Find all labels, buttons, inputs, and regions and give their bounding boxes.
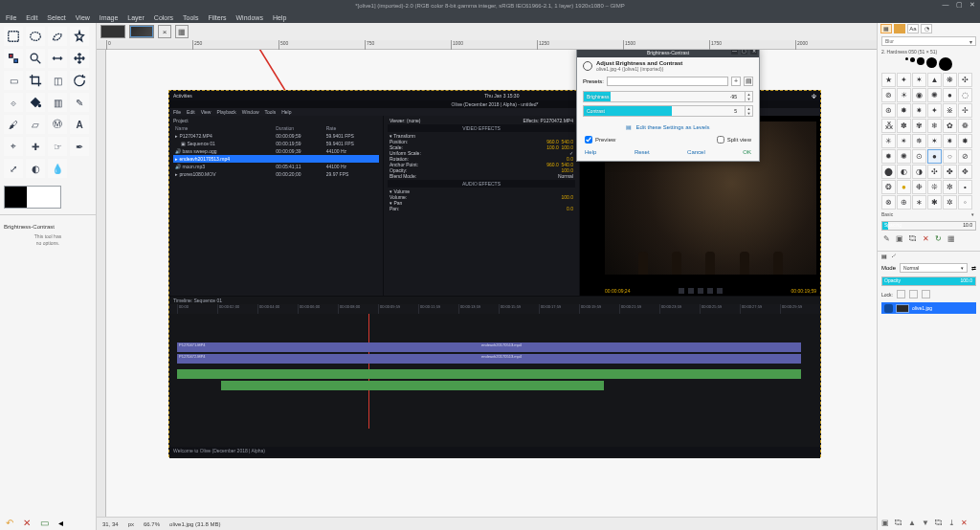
crop-tool[interactable] [26,71,45,90]
paths-tab[interactable]: ⟋ [891,253,897,260]
menu-help[interactable]: Help [273,14,286,21]
dialog-close-icon[interactable]: ✕ [750,50,757,55]
edit-brush-icon[interactable]: ✎ [883,234,890,243]
presets-dropdown[interactable] [607,77,728,86]
patterns-tab[interactable] [894,24,905,33]
align-tool[interactable]: ▭ [4,71,23,90]
menu-windows[interactable]: Windows [235,14,262,21]
opacity-slider[interactable]: Opacity 100.0 [881,276,976,286]
maximize-icon[interactable]: ▢ [955,1,963,9]
brush-filter-dropdown[interactable]: Blur [881,36,976,46]
duplicate-layer-icon[interactable]: ⿻ [935,519,943,527]
free-select-tool[interactable] [48,27,67,46]
measure-tool[interactable] [48,49,67,68]
zoom-tool[interactable] [26,49,45,68]
close-icon[interactable]: ✕ [969,1,976,9]
menu-select[interactable]: Select [47,14,65,21]
lock-alpha-icon[interactable] [922,290,930,298]
layer-group-icon[interactable]: ⿻ [895,519,902,527]
brush-size-presets[interactable] [878,55,980,73]
text-tool[interactable]: A [70,115,89,134]
lock-position-icon[interactable] [909,290,918,298]
warp-tool[interactable]: ⟐ [4,93,23,112]
merge-layer-icon[interactable]: ⤓ [948,519,955,527]
raise-layer-icon[interactable]: ▲ [908,519,916,527]
redo-history-icon[interactable]: ✕ [23,518,31,528]
preview-checkbox[interactable]: Preview [585,136,615,144]
cancel-button[interactable]: Cancel [687,149,705,155]
history-tab[interactable]: ◔ [921,24,932,33]
blur-sharpen-tool[interactable]: 💧 [48,159,67,178]
rect-select-tool[interactable] [4,27,23,46]
delete-layer-icon[interactable]: ✕ [961,519,968,527]
menu-view[interactable]: View [76,14,90,21]
brightness-spinner[interactable]: ▲▼ [745,92,752,101]
layer-row[interactable]: olive1.jpg [881,302,976,314]
presets-manage-button[interactable]: ▤ [744,77,753,86]
lock-pixels-icon[interactable] [897,290,905,298]
new-layer-icon[interactable]: ▣ [881,519,889,527]
spacing-slider[interactable]: Spacing 10.0 [881,221,976,231]
unified-transform-tool[interactable]: ◫ [48,71,67,90]
color-picker-tool[interactable]: ⤢ [4,159,23,178]
smudge-tool[interactable]: ☞ [48,137,67,156]
brush-grid[interactable]: ★✦✶▲❋✣ ⊚☀◉✺●◌ ⊛✸✷✦※✢ ⁂✽✾❄✿❁ ✳✴✵✶✷✸ ✹✺⊙●○… [878,73,980,210]
edit-as-levels-link[interactable]: ▤ Edit these Settings as Levels [577,120,759,134]
refresh-brush-icon[interactable]: ↻ [935,234,942,243]
contrast-spinner[interactable]: ▲▼ [745,106,752,116]
canvas[interactable]: Activities Thu Jan 3 15:30 ⏻ Olive (Dece… [106,50,877,517]
minimize-icon[interactable]: — [942,1,949,9]
fonts-tab[interactable]: Aa [907,24,919,33]
layers-tab[interactable]: ▤ [881,253,887,260]
ellipse-select-tool[interactable] [26,27,45,46]
image-tab-2[interactable] [129,25,154,38]
clone-tool[interactable]: ⌖ [4,137,23,156]
brightness-slider[interactable]: Brightness -95 ▲▼ [583,91,753,102]
open-brush-icon[interactable]: ▦ [947,234,955,243]
move-tool[interactable] [70,49,89,68]
status-zoom[interactable]: 66.7% [144,521,160,527]
menu-colors[interactable]: Colors [154,14,173,21]
menu-image[interactable]: Image [100,14,118,21]
paintbrush-tool[interactable]: 🖌 [4,115,23,134]
image-tab-menu[interactable]: ▦ [175,25,189,38]
visibility-icon[interactable] [884,304,893,313]
menu-layer[interactable]: Layer [127,14,145,21]
reset-button[interactable]: Reset [635,149,650,155]
duplicate-brush-icon[interactable]: ⿻ [909,234,917,243]
presets-add-button[interactable]: + [731,77,741,86]
mode-dropdown[interactable]: Normal▾ [900,263,968,273]
menu-filters[interactable]: Filters [208,14,226,21]
gradient-tool[interactable]: ▥ [48,93,67,112]
path-tool[interactable]: ✒ [70,137,89,156]
new-brush-icon[interactable]: ▣ [896,234,903,243]
delete-brush-icon[interactable]: ✕ [923,234,929,243]
dialog-maximize-icon[interactable]: ▢ [741,50,747,55]
mode-toggle-icon[interactable]: ⇄ [971,265,976,272]
by-color-tool[interactable] [4,49,23,68]
menu-file[interactable]: File [6,14,16,21]
rotate-tool[interactable] [70,71,89,90]
lower-layer-icon[interactable]: ▼ [922,519,929,527]
menu-edit[interactable]: Edit [26,14,37,21]
tab-menu-icon[interactable]: ◂ [58,518,63,528]
mypaint-brush-tool[interactable]: Ⓜ [48,115,67,134]
help-button[interactable]: Help [585,149,596,155]
split-view-checkbox[interactable]: Split view [717,136,751,144]
menu-tools[interactable]: Tools [183,14,198,21]
images-icon[interactable]: ▭ [40,518,49,528]
heal-tool[interactable]: ✚ [26,137,45,156]
eraser-tool[interactable]: ▱ [26,115,45,134]
contrast-slider[interactable]: Contrast 5 ▲▼ [583,105,753,117]
fg-bg-colors[interactable] [4,186,61,209]
dialog-minimize-icon[interactable]: — [731,50,738,55]
image-tab-close[interactable]: × [158,25,171,38]
undo-history-icon[interactable]: ↶ [6,518,13,528]
fuzzy-select-tool[interactable] [70,27,89,46]
status-unit[interactable]: px [128,521,134,527]
bucket-fill-tool[interactable] [26,93,45,112]
pencil-tool[interactable]: ✎ [70,93,89,112]
ok-button[interactable]: OK [743,149,751,155]
image-tab-1[interactable] [100,25,125,38]
dodge-burn-tool[interactable]: ◐ [26,159,45,178]
